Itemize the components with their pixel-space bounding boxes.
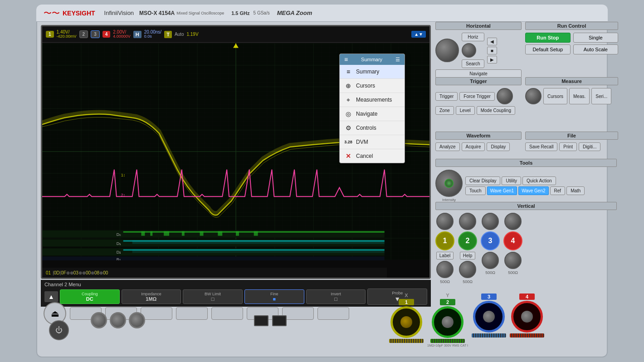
seri-button[interactable]: Seri... bbox=[591, 88, 611, 104]
cursors-measure-button[interactable]: Cursors bbox=[543, 88, 567, 104]
hw-btn-4[interactable] bbox=[176, 307, 208, 320]
hw-btn-3[interactable] bbox=[141, 307, 172, 320]
ch4-connector-block: 4 bbox=[510, 293, 544, 338]
bnc-1[interactable] bbox=[91, 312, 107, 328]
menu-item-summary[interactable]: ≡ Summary bbox=[340, 65, 405, 79]
brand-name: InfiniiVision bbox=[104, 10, 134, 16]
serial-sep-3: ⊗⊗ bbox=[66, 270, 73, 275]
nav-stop-button[interactable]: ■ bbox=[487, 47, 497, 54]
power-button[interactable]: ⏻ bbox=[49, 320, 69, 340]
ch1-x-label: X bbox=[405, 293, 408, 298]
quick-action-button[interactable]: Quick Action bbox=[522, 176, 556, 185]
ch3-ohm-label: 500Ω bbox=[485, 270, 495, 275]
impedance-label: Impedance bbox=[126, 292, 177, 296]
ch2-bnc-connector[interactable] bbox=[432, 306, 463, 338]
ch4-vertical-button[interactable]: 4 bbox=[503, 231, 522, 250]
mode-coupling-button[interactable]: Mode Coupling bbox=[477, 106, 515, 115]
ch2-help-button[interactable]: Help bbox=[460, 252, 476, 259]
ch2-connector-teeth bbox=[430, 339, 465, 343]
display-button[interactable]: Display bbox=[487, 142, 510, 151]
measure-knob[interactable] bbox=[525, 88, 542, 104]
horizontal-position-knob[interactable] bbox=[435, 39, 459, 62]
ch4-bnc-connector[interactable] bbox=[511, 301, 543, 333]
run-arrows: ▲▼ bbox=[414, 32, 423, 37]
ch4-position-knob[interactable] bbox=[504, 213, 522, 230]
usb-port-1[interactable] bbox=[254, 315, 268, 326]
channel4-indicator[interactable]: 4 bbox=[102, 31, 111, 38]
ch1-bnc-connector[interactable] bbox=[390, 306, 422, 338]
channel2-indicator[interactable]: 2 bbox=[79, 30, 88, 38]
menu-item-cancel[interactable]: ✕ Cancel bbox=[340, 149, 405, 163]
save-recall-button[interactable]: Save Recall bbox=[525, 142, 557, 151]
run-stop-button[interactable]: Run Stop bbox=[525, 33, 571, 43]
trigger-indicator[interactable]: T bbox=[164, 31, 172, 38]
print-button[interactable]: Print bbox=[559, 142, 577, 151]
auto-scale-button[interactable]: Auto Scale bbox=[573, 44, 619, 54]
channel-info-bar: 1 1.40V/ -420.00mV 2 3 4 2.00V/ 4.00000V… bbox=[42, 26, 429, 43]
search-button[interactable]: Search bbox=[462, 59, 484, 68]
ch1-label-button[interactable]: Label bbox=[436, 252, 454, 259]
analyze-button[interactable]: Analyze bbox=[435, 142, 460, 151]
ref-button[interactable]: Ref bbox=[550, 186, 566, 195]
zone-button[interactable]: Zone bbox=[435, 106, 454, 115]
freq-spec: 1.5 GHz bbox=[231, 10, 249, 16]
ch3-position-knob[interactable] bbox=[482, 213, 499, 230]
svg-text:1↕: 1↕ bbox=[121, 173, 125, 177]
nav-left-button[interactable]: ◀ bbox=[487, 38, 497, 45]
hw-btn-7[interactable] bbox=[282, 307, 314, 320]
hw-btn-5[interactable] bbox=[211, 307, 243, 320]
default-setup-button[interactable]: Default Setup bbox=[525, 44, 571, 54]
channel1-indicator[interactable]: 1 bbox=[46, 31, 54, 38]
menu-label-measurements: Measurements bbox=[356, 97, 392, 103]
ch2-position-knob[interactable] bbox=[459, 213, 476, 230]
utility-button[interactable]: Utility bbox=[502, 176, 521, 185]
intensity-knob[interactable] bbox=[435, 170, 463, 197]
zoom-knob[interactable] bbox=[462, 43, 476, 58]
wave-gen2-button[interactable]: Wave Gen2 bbox=[518, 186, 548, 195]
ch1-scale-knob[interactable] bbox=[436, 261, 454, 278]
clear-display-button[interactable]: Clear Display bbox=[465, 176, 500, 185]
trigger-level-knob[interactable] bbox=[497, 88, 513, 104]
ch1-connector-label: 1 bbox=[399, 299, 414, 305]
menu-label-summary: Summary bbox=[356, 68, 379, 75]
single-button[interactable]: Single bbox=[573, 33, 619, 43]
ch2-vertical-button[interactable]: 2 bbox=[458, 231, 477, 250]
acquire-button[interactable]: Acquire bbox=[462, 142, 485, 151]
usb-port-2[interactable] bbox=[272, 315, 287, 326]
serial-decode-row: 01 | 0D | 0F ⊗⊗ 03 ⊗⊗ 00 ⊗ 08 ⊗ 00 bbox=[42, 268, 387, 278]
ch1-position-knob[interactable] bbox=[436, 213, 454, 230]
trigger-button[interactable]: Trigger bbox=[435, 92, 458, 101]
ch4-scale-knob[interactable] bbox=[504, 252, 522, 269]
channel-menu-title: Channel 2 Menu bbox=[44, 282, 427, 287]
ch3-vertical-button[interactable]: 3 bbox=[481, 231, 500, 250]
level-button[interactable]: Level bbox=[456, 106, 475, 115]
menu-item-navigate[interactable]: ◎ Navigate bbox=[340, 107, 405, 121]
digiti-button[interactable]: Digiti... bbox=[579, 142, 601, 151]
math-button[interactable]: Math bbox=[566, 186, 585, 195]
ch3-bnc-connector[interactable] bbox=[473, 301, 505, 333]
menu-item-cursors[interactable]: ⊕ Cursors bbox=[340, 79, 405, 93]
ch1-vertical-button[interactable]: 1 bbox=[435, 231, 454, 250]
hw-btn-8[interactable] bbox=[317, 307, 349, 320]
nav-right-button[interactable]: ▶ bbox=[487, 56, 497, 64]
usb-ports bbox=[254, 315, 287, 326]
serial-byte-2: 0D bbox=[54, 270, 60, 275]
horiz-button[interactable]: Horiz bbox=[462, 33, 484, 41]
serial-byte-4: 03 bbox=[73, 270, 78, 275]
wave-gen1-button[interactable]: Wave Gen1 bbox=[487, 186, 517, 195]
bnc-2[interactable] bbox=[110, 312, 126, 328]
meas-max-button[interactable]: Meas. bbox=[569, 88, 590, 104]
touch-button[interactable]: Touch bbox=[465, 186, 486, 195]
svg-rect-14 bbox=[141, 231, 145, 236]
menu-item-dvm[interactable]: 3.28 DVM bbox=[340, 135, 405, 149]
horizontal-indicator[interactable]: H bbox=[133, 31, 141, 38]
bnc-3[interactable] bbox=[129, 312, 145, 328]
navigate-icon: ◎ bbox=[344, 110, 352, 118]
menu-item-controls[interactable]: ⚙ Controls bbox=[340, 121, 405, 135]
channel3-indicator[interactable]: 3 bbox=[91, 30, 100, 38]
force-trigger-button[interactable]: Force Trigger bbox=[459, 92, 494, 101]
model-name: MSO-X 4154A bbox=[139, 10, 175, 16]
menu-item-measurements[interactable]: ⌖ Measurements bbox=[340, 93, 405, 107]
ch3-scale-knob[interactable] bbox=[482, 252, 499, 269]
ch2-scale-knob[interactable] bbox=[459, 261, 476, 278]
